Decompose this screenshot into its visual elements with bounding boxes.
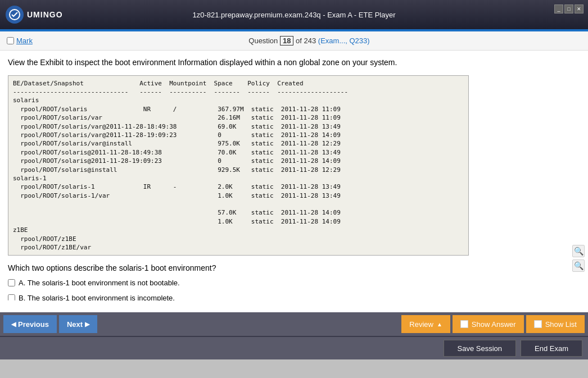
question-number: 18 <box>280 36 293 45</box>
content-area[interactable]: View the Exhibit to inspect the boot env… <box>0 51 588 300</box>
window-controls: _ □ ✕ <box>554 4 584 13</box>
answer-option-a: A. The solaris-1 boot environment is not… <box>8 278 580 288</box>
exhibit-content: BE/Dataset/Snapshot Active Mountpoint Sp… <box>13 79 464 252</box>
logo: UMINGO <box>6 6 63 24</box>
answer-checkbox-b[interactable] <box>8 294 15 300</box>
action-bar: Save Session End Exam <box>0 336 588 359</box>
zoom-out-button[interactable]: 🔍 <box>572 259 585 272</box>
answer-text-b: B. The solaris-1 boot environment is inc… <box>19 293 175 300</box>
answer-option-b: B. The solaris-1 boot environment is inc… <box>8 293 580 300</box>
title-bar: UMINGO 1z0-821.prepaway.premium.exam.243… <box>0 0 588 29</box>
close-button[interactable]: ✕ <box>575 4 584 13</box>
maximize-button[interactable]: □ <box>564 4 573 13</box>
question-header: Mark Question 18 of 243 (Exam..., Q233) <box>0 31 588 51</box>
answer-checkbox-a[interactable] <box>8 279 15 286</box>
question-prompt: Which two options describe the solaris-1… <box>8 263 580 272</box>
logo-icon <box>6 6 24 24</box>
show-list-checkbox-icon <box>534 320 542 328</box>
bottom-toolbar: ◀ Previous Next ▶ Review ▲ Show Answer S… <box>0 312 588 336</box>
answer-text-a: A. The solaris-1 boot environment is not… <box>19 278 180 288</box>
show-answer-button[interactable]: Show Answer <box>453 315 524 333</box>
minimize-button[interactable]: _ <box>554 4 563 13</box>
show-answer-checkbox-icon <box>460 320 468 328</box>
logo-text: UMINGO <box>27 10 63 19</box>
zoom-controls: 🔍 🔍 <box>572 245 585 272</box>
mark-checkbox[interactable] <box>7 37 14 44</box>
zoom-in-button[interactable]: 🔍 <box>572 245 585 257</box>
previous-button[interactable]: ◀ Previous <box>3 315 57 333</box>
end-exam-button[interactable]: End Exam <box>521 340 582 357</box>
previous-arrow-icon: ◀ <box>11 321 16 328</box>
main-area: Mark Question 18 of 243 (Exam..., Q233) … <box>0 31 588 312</box>
question-info: Question 18 of 243 (Exam..., Q233) <box>248 36 369 45</box>
question-text: View the Exhibit to inspect the boot env… <box>8 57 580 69</box>
show-list-button[interactable]: Show List <box>526 315 585 333</box>
next-arrow-icon: ▶ <box>85 321 89 328</box>
window-title: 1z0-821.prepaway.premium.exam.243q - Exa… <box>192 11 395 19</box>
question-sub-info: (Exam..., Q233) <box>318 37 370 45</box>
save-session-button[interactable]: Save Session <box>444 340 517 357</box>
next-button[interactable]: Next ▶ <box>59 315 97 333</box>
exhibit-area: BE/Dataset/Snapshot Active Mountpoint Sp… <box>8 75 469 256</box>
mark-label[interactable]: Mark <box>7 37 33 45</box>
review-arrow-icon: ▲ <box>437 321 442 327</box>
review-button[interactable]: Review ▲ <box>401 315 450 333</box>
